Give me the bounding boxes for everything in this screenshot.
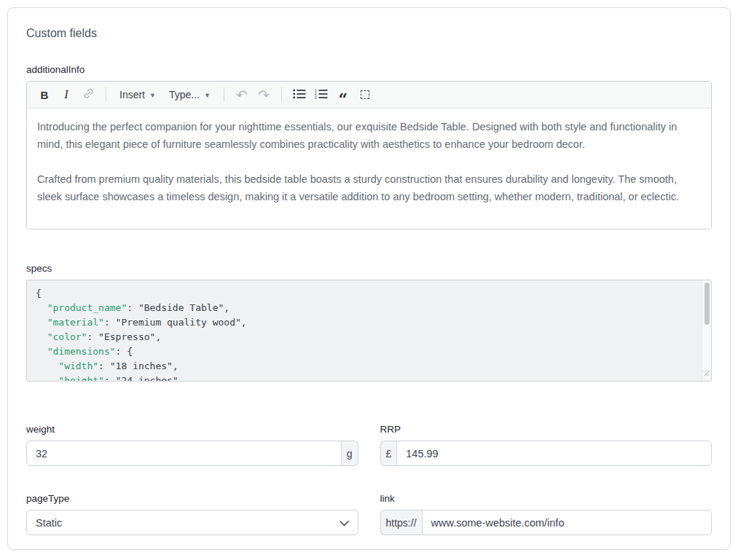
toolbar-separator [106, 87, 106, 102]
link-icon [82, 87, 95, 102]
redo-icon: ↷ [258, 88, 270, 102]
insert-dropdown[interactable]: Insert ▼ [114, 84, 162, 105]
additional-info-label: additionalInfo [26, 64, 712, 75]
rrp-currency-addon: £ [380, 441, 397, 466]
page-type-label: pageType [26, 493, 358, 504]
code-line: { [36, 286, 702, 301]
toolbar-separator [281, 87, 282, 102]
link-input[interactable] [422, 510, 712, 535]
italic-button[interactable]: I [56, 84, 76, 105]
resize-grip-icon [704, 366, 710, 379]
rte-toolbar: B I Insert ▼ Ty [27, 82, 711, 109]
custom-fields-card: Custom fields additionalInfo B I [7, 7, 731, 550]
field-specs: specs { "product_name": "Bedside Table",… [26, 263, 712, 382]
chevron-down-icon [339, 517, 349, 529]
page-type-selected-value: Static [36, 517, 62, 529]
weight-label: weight [26, 424, 358, 435]
specs-code: { "product_name": "Bedside Table", "mate… [27, 280, 711, 382]
redo-button[interactable]: ↷ [254, 84, 274, 105]
weight-unit-addon: g [342, 441, 358, 466]
blockquote-icon: “ [339, 87, 348, 103]
type-dropdown[interactable]: Type... ▼ [163, 84, 216, 105]
rte-content[interactable]: Introducing the perfect companion for yo… [27, 109, 711, 229]
field-link: link https:// [380, 493, 713, 535]
page-type-select[interactable]: Static [26, 510, 358, 535]
code-line: "product_name": "Bedside Table", [36, 301, 702, 315]
code-line: "width": "18 inches", [36, 359, 702, 374]
link-protocol-addon: https:// [380, 510, 422, 535]
chevron-down-icon: ▼ [204, 92, 211, 99]
bullet-list-icon [293, 89, 306, 101]
bold-button[interactable]: B [34, 84, 55, 105]
weight-input-group: g [26, 441, 358, 466]
rrp-label: RRP [380, 424, 713, 435]
rrp-input[interactable] [396, 441, 712, 466]
code-block-button[interactable] [355, 84, 375, 105]
numbered-list-icon: 1 2 3 [315, 89, 328, 101]
dashed-square-icon [361, 90, 369, 99]
toolbar-separator [224, 87, 224, 102]
specs-code-editor[interactable]: { "product_name": "Bedside Table", "mate… [26, 280, 712, 382]
insert-dropdown-label: Insert [119, 89, 145, 100]
undo-icon: ↶ [236, 88, 248, 102]
code-line: "height": "24 inches", [36, 374, 702, 382]
code-line: "dimensions": { [36, 344, 702, 359]
field-page-type: pageType Static [26, 493, 358, 535]
rrp-input-group: £ [380, 441, 713, 466]
svg-text:3: 3 [315, 95, 317, 98]
card-title: Custom fields [26, 27, 712, 40]
undo-button[interactable]: ↶ [232, 84, 252, 105]
code-line: "material": "Premium quality wood", [36, 315, 702, 330]
blockquote-button[interactable]: “ [333, 84, 353, 105]
field-additional-info: additionalInfo B I Insert [26, 64, 712, 229]
numbered-list-button[interactable]: 1 2 3 [311, 84, 331, 105]
link-label: link [380, 493, 713, 504]
bullet-list-button[interactable] [289, 84, 310, 105]
code-line: "color": "Espresso", [36, 330, 702, 344]
rte-paragraph: Crafted from premium quality materials, … [37, 170, 701, 205]
rte-paragraph: Introducing the perfect companion for yo… [37, 118, 701, 153]
specs-label: specs [26, 263, 712, 274]
link-input-group: https:// [380, 510, 713, 535]
vertical-scrollbar[interactable] [702, 280, 711, 371]
field-rrp: RRP £ [380, 424, 713, 466]
link-button[interactable] [78, 84, 98, 105]
scrollbar-thumb[interactable] [704, 283, 710, 325]
chevron-down-icon: ▼ [149, 92, 156, 99]
rich-text-editor: B I Insert ▼ Ty [26, 81, 712, 229]
resize-handle[interactable] [702, 371, 711, 381]
weight-input[interactable] [26, 441, 342, 466]
type-dropdown-label: Type... [169, 89, 200, 100]
field-weight: weight g [26, 424, 358, 466]
